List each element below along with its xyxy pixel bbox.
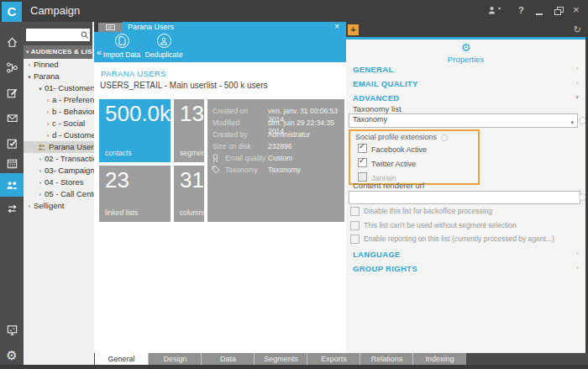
task-check-icon bbox=[6, 137, 18, 150]
restore-button[interactable] bbox=[554, 7, 564, 16]
monitor-icon bbox=[6, 324, 18, 336]
detail-row: Size on disk 232896 bbox=[207, 141, 344, 153]
titlebar: C Campaign ▾ ? × bbox=[0, 0, 588, 22]
tile-segments: 13 segments bbox=[174, 99, 204, 162]
checkbox-disable-backoffice[interactable]: Disable this list for backoffice process… bbox=[350, 207, 364, 217]
tile-value: 13 bbox=[180, 101, 204, 127]
tile-label: columns bbox=[180, 208, 204, 217]
chevron-right-icon: › bbox=[45, 119, 51, 129]
tile-value: 31 bbox=[180, 167, 204, 193]
rail-item-audiences[interactable] bbox=[0, 173, 24, 197]
info-icon[interactable] bbox=[441, 134, 448, 141]
tab-title: Parana Users bbox=[128, 23, 174, 31]
checkbox-enable-reporting[interactable]: Enable reporting on this list (currently… bbox=[350, 235, 364, 245]
taxonomy-selected-value: Taxonomy bbox=[353, 115, 387, 124]
detail-row: Created by Administrator bbox=[207, 129, 344, 141]
chevron-right-icon: › bbox=[26, 201, 33, 212]
tile-label: segments bbox=[180, 149, 204, 157]
taxonomy-list-label: Taxonomy list bbox=[353, 104, 402, 113]
refresh-icon[interactable]: ↻ bbox=[574, 24, 581, 34]
content-renderer-input[interactable] bbox=[349, 191, 580, 204]
search-box bbox=[26, 29, 90, 41]
details-panel: Created on ven. janv. 31 00:06:53 2014 M… bbox=[207, 99, 344, 222]
chevron-right-icon: › bbox=[37, 154, 44, 165]
detail-row: Modified dim. juin 29 22:34:35 2014 bbox=[207, 118, 344, 129]
properties-panel: + ↻ ⚙ Properties GENERAL ‹ EMAIL QUALITY… bbox=[346, 22, 588, 353]
properties-gear-icon: ⚙ bbox=[346, 42, 585, 54]
rail-item-planning[interactable] bbox=[0, 151, 24, 175]
checkbox-segment-selection[interactable]: This list can't be used without segment … bbox=[350, 221, 364, 231]
rail-item-data-transfer[interactable] bbox=[0, 197, 24, 220]
tree-header-audiences-lists[interactable]: ▾AUDIENCES & LISTS bbox=[24, 45, 92, 59]
rail-item-journeys[interactable] bbox=[0, 55, 24, 79]
tab-relations[interactable]: Relations bbox=[360, 353, 413, 365]
tab-indexing[interactable]: Indexing bbox=[412, 353, 466, 365]
chevron-right-icon: › bbox=[26, 60, 33, 71]
checkbox-checked-icon[interactable]: ✓ bbox=[358, 158, 367, 167]
deduplicate-button[interactable]: Deduplicate bbox=[141, 34, 186, 59]
rail-item-home[interactable] bbox=[0, 30, 24, 54]
bottom-strip bbox=[0, 365, 588, 369]
tab-segments[interactable]: Segments bbox=[254, 353, 307, 365]
flow-icon bbox=[6, 61, 18, 74]
taxonomy-select[interactable]: Taxonomy ▾ bbox=[349, 113, 578, 128]
tile-label: linked lists bbox=[105, 208, 138, 217]
workspace-toolbar: « Import Data Deduplicate bbox=[94, 32, 346, 62]
workspace: Parana Users × « Import Data Deduplic bbox=[94, 22, 346, 353]
close-window-button[interactable]: × bbox=[573, 4, 580, 15]
page-subtitle: USERS_RETAIL - Main userlist - 500 k use… bbox=[100, 81, 268, 90]
properties-body: ⚙ Properties GENERAL ‹ EMAIL QUALITY ‹ A… bbox=[346, 40, 585, 353]
workspace-tabstrip: Parana Users × bbox=[94, 22, 346, 32]
tree-item-pinned[interactable]: ›Pinned bbox=[24, 59, 95, 71]
tree-item-selligent[interactable]: ›Selligent bbox=[24, 200, 95, 212]
tab-design[interactable]: Design bbox=[148, 353, 202, 365]
tab-data[interactable]: Data bbox=[201, 353, 255, 365]
minimize-button[interactable] bbox=[536, 13, 543, 15]
detail-row: Email quality Custom bbox=[207, 153, 344, 165]
checkbox-unchecked-icon[interactable] bbox=[350, 235, 360, 244]
rail-item-settings[interactable]: ⚙ bbox=[0, 343, 24, 366]
tile-label: contacts bbox=[105, 149, 132, 157]
tile-columns: 31 columns bbox=[174, 166, 204, 222]
checkbox-twitter-active[interactable]: ✓Twitter Active bbox=[358, 158, 416, 168]
import-data-button[interactable]: Import Data bbox=[101, 34, 143, 59]
tab-parana-users[interactable]: Parana Users × bbox=[122, 22, 346, 32]
help-button[interactable]: ? bbox=[518, 5, 524, 15]
checkbox-facebook-active[interactable]: ✓Facebook Active bbox=[358, 144, 427, 154]
tree-items: ›Pinned ▾Parana ▾01- Customers ›a - Pref… bbox=[24, 59, 92, 227]
window-list-icon bbox=[106, 24, 115, 30]
tree-item-parana[interactable]: ▾Parana bbox=[24, 71, 95, 82]
page-title: PARANA USERS bbox=[101, 69, 166, 78]
tab-general[interactable]: General bbox=[95, 353, 148, 365]
checkbox-unchecked-icon[interactable] bbox=[350, 221, 360, 230]
add-tab-button[interactable]: + bbox=[348, 24, 359, 35]
compose-icon bbox=[6, 87, 18, 99]
tab-list-button[interactable] bbox=[98, 23, 122, 32]
rail-item-content[interactable] bbox=[0, 81, 24, 104]
search-input[interactable] bbox=[28, 29, 81, 41]
gear-icon: ⚙ bbox=[6, 349, 17, 361]
social-profile-group: Social profile extensions ✓Facebook Acti… bbox=[349, 129, 480, 185]
rail-item-email[interactable] bbox=[0, 106, 24, 129]
app-window: C Campaign ▾ ? × bbox=[0, 0, 588, 369]
tab-exports[interactable]: Exports bbox=[307, 353, 360, 365]
chevron-expanded-icon: ▾ bbox=[575, 94, 579, 101]
detail-row: Created on ven. janv. 31 00:06:53 2014 bbox=[207, 106, 344, 118]
user-menu-button[interactable]: ▾ bbox=[488, 6, 503, 16]
tab-close-icon[interactable]: × bbox=[334, 22, 339, 32]
tile-value: 23 bbox=[105, 167, 129, 193]
tile-value: 500.0k bbox=[105, 101, 171, 127]
chevron-down-icon: ▾ bbox=[37, 83, 44, 94]
chevron-right-icon: › bbox=[45, 130, 51, 141]
checkbox-checked-icon[interactable]: ✓ bbox=[358, 144, 367, 153]
rail-item-system[interactable] bbox=[0, 318, 24, 341]
tree-header-label: AUDIENCES & LISTS bbox=[31, 48, 101, 55]
user-icon bbox=[488, 6, 497, 15]
chevron-right-icon: › bbox=[45, 95, 51, 106]
dropdown-chevron-icon: ▾ bbox=[570, 117, 574, 128]
email-quality-icon bbox=[212, 154, 219, 163]
tile-contacts: 500.0k contacts bbox=[99, 99, 171, 162]
checkbox-unchecked-icon[interactable] bbox=[350, 207, 360, 216]
audiences-people-icon bbox=[6, 179, 18, 192]
calendar-icon bbox=[6, 157, 18, 170]
